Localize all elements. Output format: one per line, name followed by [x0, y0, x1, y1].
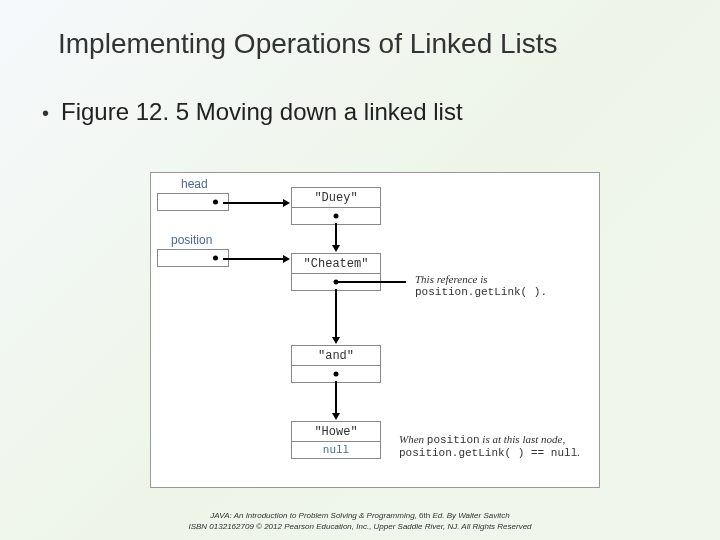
arrowhead-down-icon: [332, 413, 340, 420]
figure-diagram: head position "Duey" "Cheatem" This refe…: [150, 172, 600, 488]
list-node: "Cheatem": [291, 253, 381, 291]
node-data: "Howe": [292, 422, 380, 442]
pointer-dot-icon: [213, 200, 218, 205]
node-data: "Cheatem": [292, 254, 380, 274]
bullet-dot: •: [42, 102, 49, 125]
list-node: "and": [291, 345, 381, 383]
arrow-line: [223, 258, 285, 260]
footer-line2: ISBN 0132162709 © 2012 Pearson Education…: [188, 522, 531, 531]
slide-footer: JAVA: An Introduction to Problem Solving…: [0, 511, 720, 532]
arrowhead-right-icon: [283, 199, 290, 207]
note-code: position.getLink( ).: [415, 286, 547, 298]
pointer-dot-icon: [334, 214, 339, 219]
node-link: [292, 366, 380, 382]
bullet-item: • Figure 12. 5 Moving down a linked list: [0, 60, 720, 126]
note-text: is at this last node,: [480, 433, 566, 445]
position-pointer-box: [157, 249, 229, 267]
note-text: .: [577, 446, 580, 458]
arrow-line: [335, 289, 337, 339]
pointer-dot-icon: [213, 256, 218, 261]
head-label: head: [181, 177, 208, 191]
list-node: "Howe" null: [291, 421, 381, 459]
arrowhead-down-icon: [332, 337, 340, 344]
node-data: "and": [292, 346, 380, 366]
head-pointer-box: [157, 193, 229, 211]
note-code: position.getLink( ) == null: [399, 447, 577, 459]
arrowhead-down-icon: [332, 245, 340, 252]
pointer-dot-icon: [334, 372, 339, 377]
footer-edition: 6th: [419, 511, 430, 520]
arrowhead-right-icon: [283, 255, 290, 263]
annotation-lastnode: When position is at this last node, posi…: [399, 433, 580, 459]
arrow-line: [223, 202, 285, 204]
note-text: When: [399, 433, 427, 445]
slide-title: Implementing Operations of Linked Lists: [0, 0, 720, 60]
arrow-line: [336, 281, 406, 283]
arrow-line: [335, 223, 337, 247]
note-text: This reference is: [415, 273, 488, 285]
list-node: "Duey": [291, 187, 381, 225]
node-data: "Duey": [292, 188, 380, 208]
arrow-line: [335, 381, 337, 415]
note-code: position: [427, 434, 480, 446]
node-link-null: null: [292, 442, 380, 458]
annotation-reference: This reference is position.getLink( ).: [415, 273, 547, 298]
node-link: [292, 208, 380, 224]
position-label: position: [171, 233, 212, 247]
bullet-text: Figure 12. 5 Moving down a linked list: [61, 98, 463, 126]
footer-line1c: Ed. By Walter Savitch: [430, 511, 509, 520]
footer-line1a: JAVA: An Introduction to Problem Solving…: [210, 511, 419, 520]
